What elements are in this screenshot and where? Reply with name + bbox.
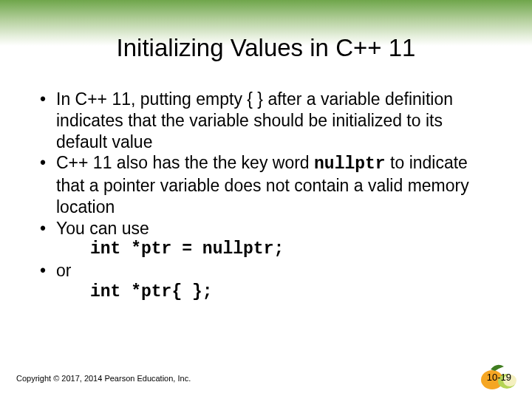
bullet-dot-icon: •: [40, 260, 56, 282]
text-run: C++ 11 also has the the key word: [56, 153, 314, 172]
slide-body: • In C++ 11, putting empty { } after a v…: [40, 89, 495, 303]
slide: Initializing Values in C++ 11 • In C++ 1…: [0, 0, 532, 399]
bullet-dot-icon: •: [40, 218, 56, 239]
bullet-text: In C++ 11, putting empty { } after a var…: [56, 89, 495, 152]
slide-title: Initializing Values in C++ 11: [0, 34, 532, 62]
copyright-text: Copyright © 2017, 2014 Pearson Education…: [16, 374, 191, 383]
bullet-dot-icon: •: [40, 89, 56, 110]
code-line: int *ptr{ };: [40, 282, 495, 303]
bullet-text: You can use: [56, 218, 495, 239]
bullet-dot-icon: •: [40, 152, 56, 174]
bullet-text: C++ 11 also has the the key word nullptr…: [56, 152, 495, 217]
inline-code: nullptr: [314, 154, 386, 174]
code-line: int *ptr = nullptr;: [40, 239, 495, 260]
bullet-text: or: [56, 260, 495, 282]
bullet-item: • or: [40, 260, 495, 282]
bullet-item: • C++ 11 also has the the key word nullp…: [40, 152, 495, 217]
page-number: 10-19: [487, 372, 511, 383]
bullet-item: • In C++ 11, putting empty { } after a v…: [40, 89, 495, 152]
bullet-item: • You can use: [40, 218, 495, 239]
